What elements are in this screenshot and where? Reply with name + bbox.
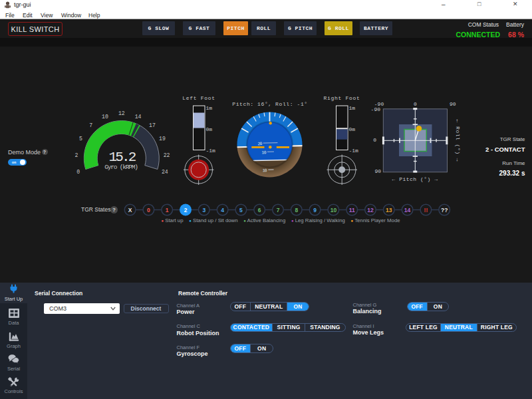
- svg-text:← Roll (°) →: ← Roll (°) →: [455, 119, 461, 162]
- svg-text:2: 2: [184, 207, 188, 213]
- svg-text:5: 5: [239, 207, 243, 213]
- svg-text:0: 0: [147, 207, 150, 213]
- svg-text:14: 14: [135, 114, 142, 120]
- svg-text:6: 6: [258, 207, 261, 213]
- svg-text:8: 8: [295, 207, 298, 213]
- svg-text:-1m: -1m: [206, 148, 216, 154]
- svg-text:1m: 1m: [206, 105, 213, 111]
- svg-text:??: ??: [441, 207, 448, 213]
- svg-text:Right Foot: Right Foot: [323, 95, 360, 101]
- svg-text:3: 3: [202, 207, 205, 213]
- svg-text:7: 7: [277, 207, 280, 213]
- svg-text:0: 0: [373, 137, 376, 143]
- svg-text:0: 0: [76, 169, 80, 175]
- svg-text:5: 5: [79, 136, 82, 142]
- svg-text:-1m: -1m: [349, 148, 359, 154]
- svg-text:Pitch: 16°, Roll: -1°: Pitch: 16°, Roll: -1°: [232, 101, 307, 107]
- svg-text:10: 10: [102, 114, 108, 120]
- svg-text:17: 17: [149, 122, 156, 128]
- svg-text:10: 10: [331, 207, 337, 213]
- svg-text:9: 9: [313, 207, 317, 213]
- svg-text:12: 12: [367, 207, 374, 213]
- svg-text:0: 0: [414, 101, 417, 107]
- svg-text:X: X: [128, 207, 132, 213]
- svg-text:24: 24: [162, 169, 168, 175]
- svg-text:10: 10: [261, 150, 266, 155]
- svg-text:1: 1: [166, 207, 169, 213]
- svg-text:13: 13: [386, 207, 392, 213]
- svg-text:14: 14: [404, 207, 411, 213]
- svg-text:7: 7: [89, 122, 92, 128]
- svg-text:!!: !!: [424, 207, 428, 213]
- svg-text:Left Foot: Left Foot: [182, 95, 215, 101]
- svg-text:-90: -90: [371, 106, 381, 112]
- svg-text:0m: 0m: [349, 126, 356, 132]
- svg-text:12: 12: [118, 110, 125, 116]
- svg-text:2: 2: [75, 152, 78, 158]
- svg-text:22: 22: [164, 152, 170, 158]
- svg-text:20: 20: [257, 142, 262, 146]
- svg-text:90: 90: [450, 101, 456, 107]
- svg-text:19: 19: [159, 136, 166, 142]
- svg-text:Gyro (kRPM): Gyro (kRPM): [104, 164, 138, 171]
- svg-text:1m: 1m: [349, 105, 356, 111]
- svg-text:90: 90: [374, 168, 381, 174]
- svg-text:← Pitch (°) →: ← Pitch (°) →: [392, 176, 438, 182]
- svg-text:0m: 0m: [206, 126, 213, 132]
- svg-text:11: 11: [349, 207, 355, 213]
- svg-text:4: 4: [221, 207, 224, 213]
- svg-text:10: 10: [263, 168, 267, 173]
